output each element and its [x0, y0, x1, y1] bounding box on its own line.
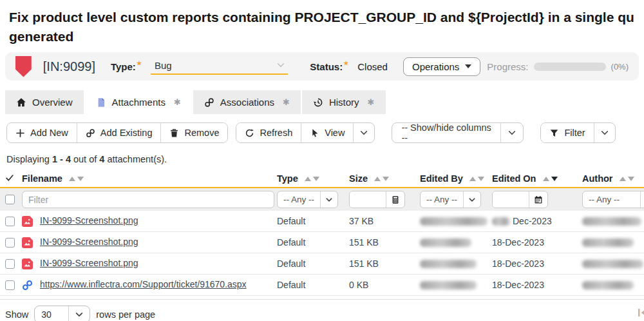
table-header-row: Filename Type Size Edited By Edited On A…: [0, 170, 644, 188]
refresh-icon: [245, 128, 254, 138]
type-dropdown[interactable]: Bug: [151, 59, 288, 75]
sort-arrows[interactable]: [69, 177, 84, 181]
sort-arrows-active[interactable]: [543, 177, 558, 181]
column-header-edited-on[interactable]: Edited On: [492, 173, 582, 184]
status-label: Status:★: [310, 61, 351, 72]
progress-label: Progress:: [487, 61, 528, 72]
row-checkbox[interactable]: [5, 238, 15, 248]
redacted-author: [582, 217, 641, 226]
result-range: 1 - 4: [52, 154, 71, 164]
size-filter-input[interactable]: [350, 191, 386, 208]
view-button[interactable]: View: [301, 123, 353, 142]
filter-button-group: Filter: [540, 122, 615, 143]
page-title: Fix product level custom reports contain…: [0, 0, 644, 48]
calculator-icon: [391, 195, 400, 204]
cell-type: Default: [277, 258, 349, 269]
rows-per-page-select[interactable]: 30: [34, 306, 90, 321]
chevron-down-icon: [276, 61, 285, 70]
edited-by-filter-select[interactable]: -- Any --: [420, 191, 481, 208]
row-checkbox[interactable]: [5, 280, 15, 290]
sort-arrows[interactable]: [305, 177, 319, 181]
chevron-down-icon: [463, 191, 480, 208]
column-header-author[interactable]: Author: [582, 173, 644, 184]
progress-group: Progress: (0%): [487, 61, 629, 72]
cell-edited-on: 18-Dec-2023: [492, 258, 582, 269]
incident-header-bar: [IN:9099] Type:★ Bug Status:★ Closed Ope…: [5, 52, 639, 81]
type-filter-select[interactable]: -- Any --: [277, 191, 338, 208]
view-dropdown-caret[interactable]: [353, 123, 374, 142]
table-row: IN-9099-Screenshot.png Default 151 KB 18…: [0, 253, 644, 275]
home-icon: [16, 97, 26, 108]
history-icon: [313, 97, 323, 108]
cell-size: 151 KB: [349, 258, 420, 269]
edited-on-filter-input[interactable]: [493, 191, 529, 208]
unsaved-changes-icon: ✱: [368, 97, 375, 107]
tab-history[interactable]: History ✱: [302, 90, 386, 114]
add-existing-button[interactable]: Add Existing: [77, 123, 161, 142]
cell-type: Default: [277, 280, 349, 290]
chevron-down-icon: [640, 191, 644, 208]
tab-associations[interactable]: Associations ✱: [193, 90, 301, 114]
sort-arrows[interactable]: [469, 177, 484, 181]
trash-icon: [169, 128, 179, 138]
sort-arrows[interactable]: [620, 177, 634, 181]
artifact-id: [IN:9099]: [43, 59, 95, 74]
tab-overview[interactable]: Overview: [5, 90, 84, 114]
operations-button[interactable]: Operations: [403, 57, 480, 76]
column-header-size[interactable]: Size: [349, 173, 420, 184]
required-icon: ★: [343, 60, 348, 66]
calculator-button[interactable]: [386, 191, 404, 208]
refresh-button[interactable]: Refresh: [236, 123, 301, 142]
filename-filter-input[interactable]: [22, 191, 274, 208]
sort-arrows[interactable]: [374, 177, 389, 181]
filter-button[interactable]: Filter: [541, 123, 593, 142]
redacted-author: [582, 260, 643, 268]
calendar-button[interactable]: [529, 191, 547, 208]
filter-dropdown-caret[interactable]: [594, 123, 615, 142]
result-summary: Displaying 1 - 4 out of 4 attachment(s).: [0, 143, 644, 170]
image-file-icon: [22, 216, 33, 227]
cell-type: Default: [277, 237, 349, 248]
add-new-button[interactable]: Add New: [7, 123, 77, 142]
column-header-filename[interactable]: Filename: [22, 173, 277, 184]
row-checkbox[interactable]: [5, 259, 15, 269]
cursor-icon: [310, 128, 319, 138]
cell-edited-on: Dec-2023: [492, 216, 582, 226]
attachment-link[interactable]: IN-9099-Screenshot.png: [40, 258, 138, 268]
cell-size: 151 KB: [349, 237, 420, 248]
table-row: IN-9099-Screenshot.png Default 151 KB 18…: [0, 232, 644, 253]
redacted-edited-by: [420, 281, 477, 289]
document-icon: [96, 97, 106, 108]
view-button-group: Refresh View: [236, 122, 375, 143]
remove-button[interactable]: Remove: [160, 123, 227, 142]
attachment-link[interactable]: IN-9099-Screenshot.png: [40, 237, 138, 247]
author-filter-select[interactable]: -- Any --: [582, 191, 644, 208]
column-header-type[interactable]: Type: [277, 173, 349, 184]
image-file-icon: [22, 237, 33, 248]
page-title-line1: Fix product level custom reports contain…: [9, 8, 635, 27]
funnel-icon: [549, 128, 559, 138]
select-all-check-icon[interactable]: [5, 173, 14, 182]
show-hide-columns-select[interactable]: -- Show/hide columns --: [392, 122, 524, 143]
redacted-edited-by: [420, 260, 477, 268]
attachment-link[interactable]: IN-9099-Screenshot.png: [40, 215, 138, 226]
pagination-footer: Show 30 rows per page: [0, 299, 644, 321]
cell-size: 0 KB: [349, 280, 420, 290]
edited-on-filter-combo: [492, 191, 548, 208]
cell-type: Default: [277, 216, 349, 226]
attachment-link[interactable]: https://www.inflectra.com/Support/ticket…: [40, 279, 247, 289]
filter-row: -- Any -- -- Any -- -- Any --: [0, 188, 644, 211]
incident-shield-icon: [15, 56, 32, 77]
size-filter-combo: [349, 191, 405, 208]
rows-per-page-label: rows per page: [96, 309, 155, 320]
result-total: 4: [99, 154, 104, 164]
chevron-down-icon: [500, 123, 523, 142]
column-header-edited-by[interactable]: Edited By: [420, 173, 492, 184]
tab-attachments[interactable]: Attachments ✱: [85, 90, 192, 114]
first-page-icon[interactable]: [637, 307, 644, 318]
plus-icon: [15, 128, 25, 138]
link-file-icon: [22, 280, 33, 291]
tab-strip: Overview Attachments ✱ Associations ✱ Hi…: [0, 90, 644, 114]
row-checkbox[interactable]: [5, 217, 15, 226]
select-all-checkbox[interactable]: [5, 195, 15, 204]
